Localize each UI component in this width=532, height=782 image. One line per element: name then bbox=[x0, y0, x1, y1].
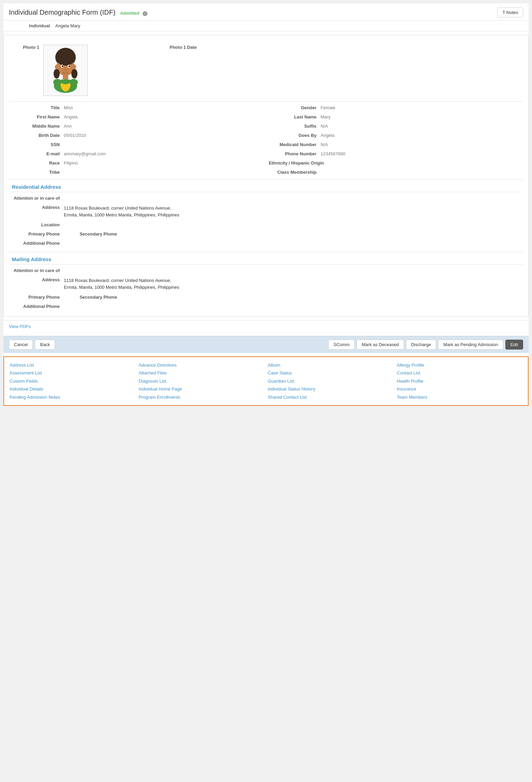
suffix-label: Suffix bbox=[269, 124, 317, 129]
bottom-nav-link[interactable]: Contact List bbox=[397, 369, 522, 377]
res-additional-phone-label: Additional Phone bbox=[12, 241, 60, 246]
bottom-nav-link[interactable]: Insurance bbox=[397, 385, 522, 393]
res-attention-field: Attention or in care of bbox=[9, 194, 523, 203]
svg-rect-13 bbox=[63, 74, 68, 79]
individual-value: Angela Mary bbox=[55, 23, 80, 28]
res-phones-row: Primary Phone Secondary Phone bbox=[9, 229, 523, 239]
bottom-nav-link[interactable]: Team Members bbox=[397, 393, 522, 401]
svg-point-16 bbox=[70, 79, 78, 86]
bottom-nav-col: Advance DirectivesAttached FilesDiagnosi… bbox=[139, 361, 264, 401]
res-secondary-phone-field: Secondary Phone bbox=[67, 229, 124, 239]
gender-field: Gender Female bbox=[266, 103, 523, 112]
mail-address-label: Address bbox=[12, 277, 60, 282]
svg-point-12 bbox=[64, 69, 67, 70]
mail-phones-row: Primary Phone Secondary Phone bbox=[9, 293, 523, 302]
bottom-nav-link[interactable]: Shared Contact List bbox=[268, 393, 393, 401]
photo-label: Photo 1 bbox=[12, 45, 39, 50]
photo-block: Photo 1 bbox=[12, 45, 88, 96]
main-form-section: Photo 1 bbox=[3, 35, 529, 317]
ethnicity-label: Ethnicity / Hispanic Origin bbox=[269, 160, 324, 166]
back-button[interactable]: Back bbox=[35, 340, 55, 350]
svg-point-5 bbox=[57, 53, 74, 66]
bottom-nav-link[interactable]: Custom Fields bbox=[10, 377, 135, 385]
gender-label: Gender bbox=[269, 105, 317, 110]
middlename-field: Middle Name Ann bbox=[9, 122, 266, 131]
bottom-nav-col: Address ListAssessment ListCustom Fields… bbox=[10, 361, 135, 401]
firstname-label: First Name bbox=[12, 114, 60, 119]
bottom-nav-link[interactable]: Individual Home Page bbox=[139, 385, 264, 393]
mark-deceased-button[interactable]: Mark as Deceased bbox=[357, 340, 404, 350]
mark-pending-button[interactable]: Mark as Pending Admission bbox=[438, 340, 503, 350]
tribe-field: Tribe bbox=[9, 168, 266, 177]
birthdate-field: Birth Date 05/01/2010 bbox=[9, 131, 266, 140]
info-icon[interactable]: i bbox=[143, 11, 147, 16]
title-label: Title bbox=[12, 105, 60, 110]
birthdate-value: 05/01/2010 bbox=[64, 133, 86, 138]
firstname-value: Angela bbox=[64, 114, 77, 119]
res-secondary-phone-label: Secondary Phone bbox=[69, 231, 117, 237]
bottom-nav-link[interactable]: Pending Admission Notes bbox=[10, 393, 135, 401]
tnotes-button[interactable]: T-Notes bbox=[497, 8, 523, 17]
gender-value: Female bbox=[321, 105, 335, 110]
svg-point-6 bbox=[55, 65, 58, 69]
svg-point-3 bbox=[54, 69, 60, 79]
res-address-value: 1118 Roxas Boulevard, corner United Nati… bbox=[64, 205, 180, 218]
res-primary-phone-label: Primary Phone bbox=[12, 231, 60, 237]
view-pdfs-bar: View PDFs bbox=[3, 320, 529, 332]
bottom-nav-link[interactable]: Health Profile bbox=[397, 377, 522, 385]
view-pdfs-link[interactable]: View PDFs bbox=[9, 324, 31, 329]
ssn-field: SSN bbox=[9, 140, 266, 149]
bottom-nav-link[interactable]: Advance Directives bbox=[139, 361, 264, 369]
bottom-nav-link[interactable]: Assessment List bbox=[10, 369, 135, 377]
mail-primary-phone-label: Primary Phone bbox=[12, 295, 60, 300]
svg-point-4 bbox=[71, 69, 77, 79]
goesby-field: Goes By Angela bbox=[266, 131, 523, 140]
individual-row: Individual Angela Mary bbox=[3, 20, 529, 31]
bottom-nav-link[interactable]: Program Enrollments bbox=[139, 393, 264, 401]
edit-button[interactable]: Edit bbox=[505, 340, 523, 350]
bottom-nav-link[interactable]: Individual Status History bbox=[268, 385, 393, 393]
residential-heading: Residential Address bbox=[12, 184, 520, 190]
bottom-nav-link[interactable]: Guardian List bbox=[268, 377, 393, 385]
phone-field: Phone Number 1234567890 bbox=[266, 149, 523, 158]
tribe-label: Tribe bbox=[12, 170, 60, 175]
res-attention-label: Attention or in care of bbox=[12, 196, 60, 201]
lastname-field: Last Name Mary bbox=[266, 112, 523, 122]
svg-point-7 bbox=[73, 65, 76, 69]
photo-image-box bbox=[43, 45, 88, 96]
phone-value: 1234567890 bbox=[321, 151, 345, 156]
res-primary-phone-field: Primary Phone bbox=[9, 229, 67, 239]
bottom-nav-link[interactable]: Diagnosis List bbox=[139, 377, 264, 385]
email-field: E-mail annmary@gmail.com bbox=[9, 149, 266, 158]
mail-primary-phone-field: Primary Phone bbox=[9, 293, 67, 302]
photo-date-block: Photo 1 Date bbox=[170, 45, 201, 50]
bottom-nav-link[interactable]: Case Status bbox=[268, 369, 393, 377]
bottom-nav-link[interactable]: Attached Files bbox=[139, 369, 264, 377]
email-value: annmary@gmail.com bbox=[64, 151, 106, 156]
medicaid-label: Medicaid Number bbox=[269, 142, 317, 147]
res-address-field: Address 1118 Roxas Boulevard, corner Uni… bbox=[9, 203, 523, 220]
ethnicity-field: Ethnicity / Hispanic Origin bbox=[266, 158, 523, 168]
medicaid-field: Medicaid Number N/A bbox=[266, 140, 523, 149]
title-field: Title Miss bbox=[9, 103, 266, 112]
birthdate-label: Birth Date bbox=[12, 133, 60, 138]
action-bar-right: SComm Mark as Deceased Discharge Mark as… bbox=[328, 340, 523, 350]
race-field: Race Filipino bbox=[9, 158, 266, 168]
discharge-button[interactable]: Discharge bbox=[406, 340, 436, 350]
bottom-nav-link[interactable]: Individual Details bbox=[10, 385, 135, 393]
medicaid-value: N/A bbox=[321, 142, 328, 147]
photo-section: Photo 1 bbox=[9, 41, 523, 100]
bottom-nav-link[interactable]: Allergy Profile bbox=[397, 361, 522, 369]
lastname-value: Mary bbox=[321, 114, 331, 119]
bottom-nav-link[interactable]: Album bbox=[268, 361, 393, 369]
class-label: Class Membership bbox=[269, 170, 317, 175]
lastname-label: Last Name bbox=[269, 114, 317, 119]
res-additional-phone-field: Additional Phone bbox=[9, 239, 523, 248]
bottom-nav-link[interactable]: Address List bbox=[10, 361, 135, 369]
svg-point-11 bbox=[69, 66, 70, 67]
mail-additional-phone-field: Additional Phone bbox=[9, 302, 523, 311]
scomm-button[interactable]: SComm bbox=[328, 340, 355, 350]
cancel-button[interactable]: Cancel bbox=[9, 340, 33, 350]
bottom-nav-col: AlbumCase StatusGuardian ListIndividual … bbox=[268, 361, 393, 401]
individual-label: Individual bbox=[9, 23, 50, 28]
